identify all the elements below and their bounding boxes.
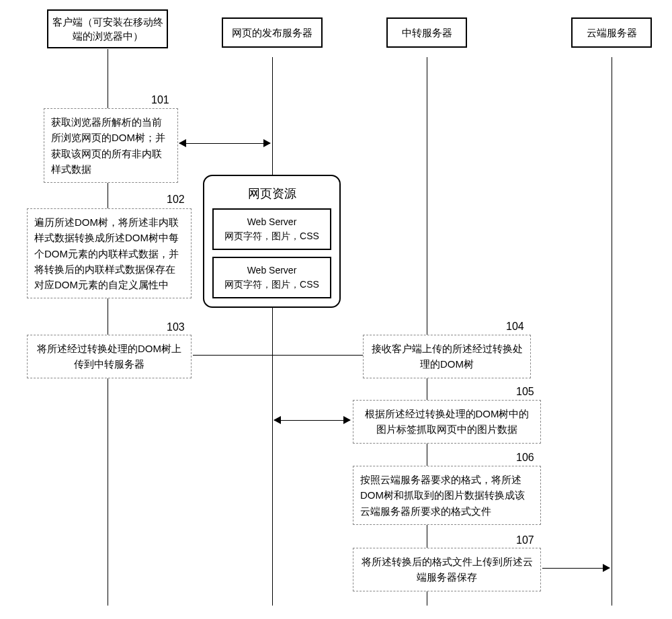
step-102-label: 102 <box>167 194 185 206</box>
resource-title: 网页资源 <box>212 185 331 202</box>
participant-publish-label: 网页的发布服务器 <box>232 27 312 38</box>
resource-server-2-desc: 网页字符，图片，CSS <box>220 278 323 292</box>
step-102-text: 遍历所述DOM树，将所述非内联样式数据转换成所述DOM树中每个DOM元素的内联样… <box>34 216 179 290</box>
step-105-text: 根据所述经过转换处理的DOM树中的图片标签抓取网页中的图片数据 <box>365 408 530 435</box>
step-107-text: 将所述转换后的格式文件上传到所述云端服务器保存 <box>362 556 533 583</box>
step-104-text: 接收客户端上传的所述经过转换处理的DOM树 <box>372 343 523 370</box>
resource-server-2: Web Server 网页字符，图片，CSS <box>212 257 331 298</box>
step-107-label: 107 <box>516 534 534 546</box>
resource-server-1-desc: 网页字符，图片，CSS <box>220 229 323 243</box>
resource-server-1: Web Server 网页字符，图片，CSS <box>212 208 331 250</box>
participant-cloud: 云端服务器 <box>571 17 652 48</box>
participant-client-label: 客户端（可安装在移动终端的浏览器中） <box>52 16 163 42</box>
step-106-box: 按照云端服务器要求的格式，将所述DOM树和抓取到的图片数据转换成该云端服务器所要… <box>353 466 541 525</box>
step-107-box: 将所述转换后的格式文件上传到所述云端服务器保存 <box>353 548 541 591</box>
step-103-text: 将所述经过转换处理的DOM树上传到中转服务器 <box>37 343 181 370</box>
step-106-text: 按照云端服务器要求的格式，将所述DOM树和抓取到的图片数据转换成该云端服务器所要… <box>360 474 525 517</box>
arrow-107 <box>542 568 610 569</box>
participant-relay-label: 中转服务器 <box>402 27 452 38</box>
step-105-box: 根据所述经过转换处理的DOM树中的图片标签抓取网页中的图片数据 <box>353 400 541 444</box>
step-101-label: 101 <box>151 94 169 106</box>
step-103-box: 将所述经过转换处理的DOM树上传到中转服务器 <box>27 335 192 378</box>
resource-server-2-name: Web Server <box>220 263 323 278</box>
participant-client: 客户端（可安装在移动终端的浏览器中） <box>47 9 168 48</box>
participant-publish: 网页的发布服务器 <box>222 17 323 48</box>
step-106-label: 106 <box>516 452 534 464</box>
step-101-text: 获取浏览器所解析的当前所浏览网页的DOM树；并获取该网页的所有非内联样式数据 <box>51 116 165 175</box>
step-103-label: 103 <box>167 321 185 333</box>
resource-group: 网页资源 Web Server 网页字符，图片，CSS Web Server 网… <box>203 175 341 308</box>
step-104-box: 接收客户端上传的所述经过转换处理的DOM树 <box>363 335 531 378</box>
arrow-101 <box>179 143 270 144</box>
step-104-label: 104 <box>506 321 524 333</box>
lifeline-publish <box>272 57 273 606</box>
participant-cloud-label: 云端服务器 <box>587 27 637 38</box>
arrow-105 <box>274 420 350 421</box>
step-102-box: 遍历所述DOM树，将所述非内联样式数据转换成所述DOM树中每个DOM元素的内联样… <box>27 208 192 298</box>
lifeline-cloud <box>612 57 612 606</box>
step-101-box: 获取浏览器所解析的当前所浏览网页的DOM树；并获取该网页的所有非内联样式数据 <box>44 108 178 183</box>
participant-relay: 中转服务器 <box>386 17 467 48</box>
resource-server-1-name: Web Server <box>220 215 323 229</box>
step-105-label: 105 <box>516 386 534 398</box>
